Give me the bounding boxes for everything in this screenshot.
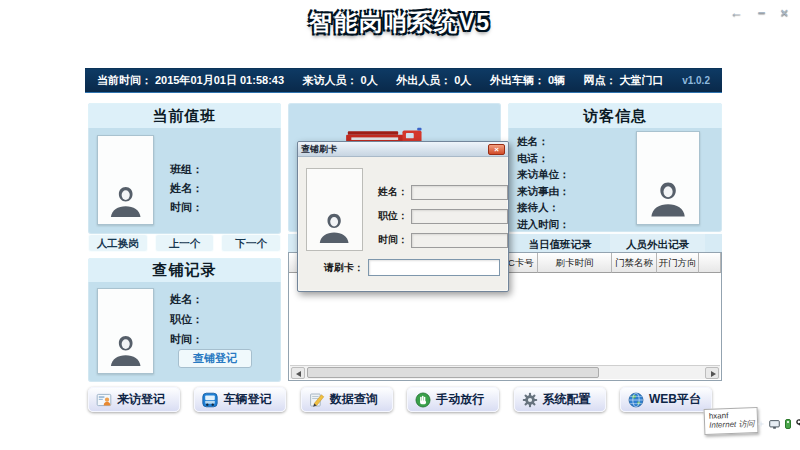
site-label: 网点： [584,74,617,86]
bed-check-panel: 查铺记录 姓名： 职位： 时间： 查铺登记 [88,258,281,382]
visitor-register-label: 来访登记 [117,391,165,408]
out-people-value: 0人 [454,74,471,86]
visitor-photo-placeholder [636,131,700,225]
bed-check-register-button[interactable]: 查铺登记 [178,349,252,368]
minimize-icon[interactable]: − [758,5,766,20]
person-icon [107,182,144,219]
visitor-company-label: 来访单位： [517,166,570,183]
visitor-name-label: 姓名： [517,133,570,150]
visitor-info-title: 访客信息 [508,103,722,128]
system-config-button[interactable]: 系统配置 [514,387,606,412]
horizontal-scrollbar[interactable] [290,365,720,379]
scroll-right-arrow[interactable] [705,367,719,379]
person-icon [107,331,144,368]
current-time-value: 2015年01月01日 01:58:43 [155,74,284,86]
visitor-register-icon [96,392,112,408]
dialog-name-label: 姓名： [368,185,408,199]
window-controls: ← − × [730,5,788,20]
tray-star-icon[interactable] [757,420,765,428]
dialog-time-field[interactable] [411,233,508,248]
dialog-position-label: 职位： [368,209,408,223]
visitor-register-button[interactable]: 来访登记 [88,387,180,412]
dialog-name-field[interactable] [411,185,508,200]
visitors-value: 0人 [361,74,378,86]
duty-time-label: 时间： [170,198,203,217]
site-value: 大堂门口 [620,74,664,86]
previous-button[interactable]: 上一个 [155,234,215,252]
tray-wrench-icon[interactable] [796,419,800,429]
dialog-position-row: 职位： [368,208,508,224]
visitor-reason-label: 来访事由： [517,183,570,200]
data-query-icon [309,392,325,408]
status-visitors: 来访人员：0人 [303,73,381,88]
dialog-title-bar[interactable]: 查铺刷卡 × [298,142,508,157]
person-icon [647,177,689,219]
dialog-swipe-row: 请刷卡： [324,259,500,276]
table-header-spacer [699,253,721,273]
tab-daily-duty-record[interactable]: 当日值班记录 [510,234,610,254]
scroll-left-arrow[interactable] [291,367,305,379]
bed-check-fields: 姓名： 职位： 时间： [170,289,203,349]
manual-release-icon [415,392,431,408]
status-out-vehicles: 外出车辆：0辆 [490,73,568,88]
visitor-info-panel: 访客信息 姓名： 电话： 来访单位： 来访事由： 接待人： 进入时间： [508,103,722,232]
tray-monitor-icon[interactable] [769,420,780,429]
out-people-label: 外出人员： [396,74,451,86]
table-header-swipe-time: 刷卡时间 [538,253,612,273]
dialog-swipe-label: 请刷卡： [324,261,364,275]
web-platform-icon [628,392,644,408]
application-window: 智能岗哨系统V5 ← − × 当前时间：2015年01月01日 01:58:43… [0,0,800,450]
duty-fields: 班组： 姓名： 时间： [170,160,203,217]
dialog-time-row: 时间： [368,232,508,248]
bed-check-swipe-dialog: 查铺刷卡 × 姓名： 职位： 时间： 请刷卡： [297,141,509,292]
duty-photo-placeholder [97,135,154,225]
data-query-label: 数据查询 [330,391,378,408]
dialog-photo-placeholder [306,168,363,251]
visitor-phone-label: 电话： [517,150,570,167]
vehicle-register-label: 车辆登记 [223,391,271,408]
web-platform-button[interactable]: WEB平台 [620,387,712,412]
system-config-icon [522,392,538,408]
duty-name-label: 姓名： [170,179,203,198]
vehicle-register-button[interactable]: 车辆登记 [194,387,286,412]
visitor-fields: 姓名： 电话： 来访单位： 来访事由： 接待人： 进入时间： [517,133,570,232]
tray-usb-icon[interactable] [784,419,792,429]
dialog-position-field[interactable] [411,209,508,224]
manual-release-label: 手动放行 [436,391,484,408]
version-label: v1.0.2 [682,75,710,86]
visitor-receiver-label: 接待人： [517,199,570,216]
data-query-button[interactable]: 数据查询 [301,387,393,412]
manual-release-button[interactable]: 手动放行 [407,387,499,412]
tray-tooltip-access: Internet 访问 [709,419,753,431]
next-button[interactable]: 下一个 [221,234,281,252]
visitors-label: 来访人员： [303,74,358,86]
current-time-label: 当前时间： [97,74,152,86]
back-icon[interactable]: ← [730,5,743,20]
manual-shift-button[interactable]: 人工换岗 [88,234,148,252]
app-title: 智能岗哨系统V5 [0,7,800,38]
current-duty-title: 当前值班 [88,103,281,128]
system-config-label: 系统配置 [543,391,591,408]
bed-check-position-label: 职位： [170,309,203,329]
table-header-door-name: 门禁名称 [612,253,657,273]
status-site: 网点：大堂门口 [584,73,667,88]
person-icon [316,209,352,245]
tab-personnel-out-record[interactable]: 人员外出记录 [610,234,705,254]
status-current-time: 当前时间：2015年01月01日 01:58:43 [97,73,287,88]
bed-check-photo-placeholder [97,288,154,374]
tray-tooltip: hxanf Internet 访问 [704,407,759,435]
status-out-people: 外出人员：0人 [396,73,474,88]
dialog-title: 查铺刷卡 [301,143,337,156]
close-icon[interactable]: × [780,5,788,20]
out-vehicles-label: 外出车辆： [490,74,545,86]
table-header-direction: 开门方向 [657,253,699,273]
bed-check-time-label: 时间： [170,329,203,349]
dialog-swipe-input[interactable] [368,259,500,276]
dialog-close-button[interactable]: × [488,144,505,155]
bottom-toolbar: 来访登记 车辆登记 数据查询 手动放行 系统配置 WEB平台 [88,387,712,412]
dialog-time-label: 时间： [368,233,408,247]
bed-check-name-label: 姓名： [170,289,203,309]
duty-team-label: 班组： [170,160,203,179]
scrollbar-thumb[interactable] [307,367,599,378]
visitor-enter-time-label: 进入时间： [517,216,570,233]
